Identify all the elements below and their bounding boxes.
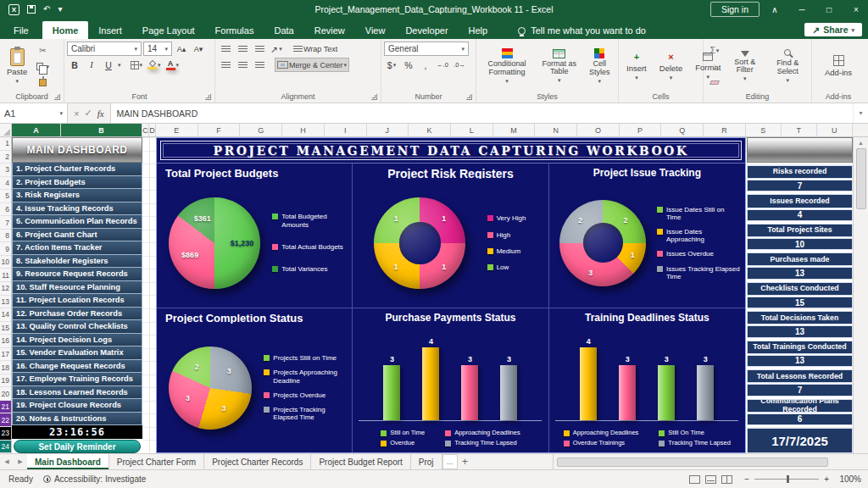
share-button[interactable]: ↗ Share ▾ — [804, 23, 862, 36]
sidebar-item-15[interactable]: 15. Vendor Evaluation Matrix — [12, 347, 142, 360]
ribbon-tab-formulas[interactable]: Formulas — [205, 21, 264, 39]
row-header-10[interactable]: 10 — [0, 256, 11, 269]
maximize-button[interactable]: □ — [817, 0, 841, 19]
cancel-entry-icon[interactable]: × — [74, 108, 79, 119]
sidebar-item-14[interactable]: 14. Project Decision Logs — [12, 334, 142, 347]
new-sheet-button[interactable]: + — [458, 454, 473, 469]
formula-input[interactable]: MAIN DASHBOARD — [111, 103, 853, 123]
ribbon-tab-page-layout[interactable]: Page Layout — [132, 21, 205, 39]
ribbon-display-options-icon[interactable]: ∧ — [763, 0, 787, 19]
enter-entry-icon[interactable]: ✓ — [84, 108, 92, 119]
percent-style-button[interactable]: % — [401, 58, 416, 72]
select-all-corner[interactable] — [0, 124, 12, 136]
insert-function-button[interactable]: fx — [97, 108, 104, 119]
number-format-combo[interactable]: General▾ — [384, 42, 469, 56]
previous-sheet-icon[interactable]: ◀ — [0, 454, 14, 469]
column-header-H[interactable]: H — [282, 124, 325, 136]
column-header-P[interactable]: P — [620, 124, 662, 136]
chart-panel-project-risk-registers[interactable]: Project Risk Registers 1111Very HighHigh… — [353, 164, 548, 308]
copy-button[interactable]: ▾ — [34, 59, 51, 73]
chart-panel-purchase-payments-status[interactable]: Purchase Payments Status 3433Still on Ti… — [353, 308, 548, 453]
row-header-12[interactable]: 12 — [0, 282, 11, 296]
column-header-O[interactable]: O — [577, 124, 620, 136]
chart-panel-training-deadlines-status[interactable]: Training Deadlines Status 4333Approachin… — [549, 308, 745, 453]
sheet-tab-main-dashboard[interactable]: Main Dashboard — [27, 454, 109, 469]
column-header-T[interactable]: T — [782, 124, 817, 136]
row-header-20[interactable]: 20 — [0, 387, 11, 401]
fill-color-button[interactable]: ▾ — [146, 58, 163, 72]
find-select-button[interactable]: Find & Select▾ — [766, 42, 809, 91]
page-layout-view-icon[interactable] — [705, 475, 716, 484]
row-header-22[interactable]: 22 — [0, 413, 11, 427]
sidebar-item-5[interactable]: 5. Communication Plan Records — [12, 215, 142, 229]
column-header-C[interactable]: C — [142, 124, 149, 136]
row-header-15[interactable]: 15 — [0, 322, 11, 336]
zoom-slider[interactable] — [754, 479, 819, 480]
column-header-D[interactable]: D — [149, 124, 156, 136]
chart-panel-project-issue-tracking[interactable]: Project Issue Tracking 2132Issue Dates S… — [549, 164, 745, 308]
scroll-up-icon[interactable]: ▲ — [858, 137, 864, 148]
vertical-scroll-thumb[interactable] — [856, 148, 866, 209]
orientation-button[interactable]: ↗▾ — [269, 42, 284, 56]
column-header-G[interactable]: G — [240, 124, 282, 136]
delete-cells-button[interactable]: ×Delete▾ — [654, 42, 687, 91]
sidebar-item-20[interactable]: 20. Notes & Instructions — [12, 413, 142, 426]
chart-panel-total-project-budgets[interactable]: Total Project Budgets $1,230$869$361Tota… — [157, 164, 353, 308]
row-header-21[interactable]: 21 — [0, 401, 11, 414]
conditional-formatting-button[interactable]: Conditional Formatting▾ — [479, 42, 535, 91]
row-header-1[interactable]: 1 — [0, 137, 11, 151]
sidebar-item-8[interactable]: 8. Stakeholder Registers — [12, 255, 142, 269]
sheet-tab-proj[interactable]: Proj — [411, 454, 442, 469]
sidebar-item-7[interactable]: 7. Action Items Tracker — [12, 241, 142, 255]
font-color-button[interactable]: A▾ — [164, 58, 181, 72]
sidebar-item-12[interactable]: 12. Purchase Order Records — [12, 308, 142, 321]
column-header-Q[interactable]: Q — [661, 124, 704, 136]
close-button[interactable]: × — [844, 0, 868, 19]
row-header-5[interactable]: 5 — [0, 190, 11, 203]
insert-cells-button[interactable]: +Insert▾ — [621, 42, 652, 91]
undo-icon[interactable]: ↶ — [43, 5, 50, 14]
sidebar-item-6[interactable]: 6. Project Gantt Chart — [12, 229, 142, 242]
align-left-button[interactable] — [218, 58, 233, 72]
vertical-scrollbar[interactable]: ▲ — [853, 137, 868, 453]
alignment-dialog-launcher[interactable] — [371, 94, 377, 100]
column-header-L[interactable]: L — [451, 124, 493, 136]
cut-button[interactable]: ✂ — [34, 43, 51, 57]
decrease-decimal-button[interactable]: .0→ — [452, 58, 467, 72]
underline-button[interactable]: U — [101, 58, 116, 72]
sidebar-item-16[interactable]: 16. Change Request Records — [12, 360, 142, 374]
sort-filter-button[interactable]: Sort & Filter▾ — [726, 42, 764, 91]
align-center-button[interactable] — [235, 58, 250, 72]
sidebar-item-18[interactable]: 18. Lessons Learned Records — [12, 386, 142, 400]
sheet-tab-project-budget-report[interactable]: Project Budget Report — [311, 454, 410, 469]
sheet-tab-project-charter-form[interactable]: Project Charter Form — [109, 454, 204, 469]
add-ins-button[interactable]: Add-ins — [820, 42, 857, 91]
bold-button[interactable]: B — [67, 58, 82, 72]
more-sheets-button[interactable]: ... — [442, 454, 458, 469]
zoom-slider-thumb[interactable] — [787, 475, 789, 483]
font-size-combo[interactable]: 14▾ — [143, 42, 172, 56]
increase-font-size-button[interactable]: A▴ — [174, 42, 189, 56]
name-box[interactable]: A1▾ — [0, 103, 68, 123]
ribbon-tab-file[interactable]: File — [0, 21, 42, 39]
column-header-A[interactable]: A — [12, 124, 61, 136]
sidebar-item-11[interactable]: 11. Project Location Records — [12, 294, 142, 308]
horizontal-scrollbar[interactable] — [553, 454, 868, 469]
column-header-U[interactable]: U — [817, 124, 853, 136]
row-header-17[interactable]: 17 — [0, 348, 11, 362]
save-icon[interactable] — [27, 5, 36, 14]
font-dialog-launcher[interactable] — [205, 94, 211, 100]
row-header-13[interactable]: 13 — [0, 296, 11, 309]
ribbon-tab-review[interactable]: Review — [304, 21, 355, 39]
column-header-R[interactable]: R — [704, 124, 746, 136]
row-header-14[interactable]: 14 — [0, 308, 11, 322]
column-header-M[interactable]: M — [493, 124, 536, 136]
sidebar-item-17[interactable]: 17. Employee Training Records — [12, 373, 142, 386]
zoom-level[interactable]: 100% — [834, 474, 861, 484]
chart-panel-project-completion-status[interactable]: Project Completion Status 3332Projects S… — [157, 308, 353, 453]
comma-style-button[interactable]: , — [418, 58, 433, 72]
column-header-E[interactable]: E — [156, 124, 198, 136]
sidebar-item-19[interactable]: 19. Project Closure Records — [12, 399, 142, 413]
row-header-9[interactable]: 9 — [0, 242, 11, 256]
row-header-3[interactable]: 3 — [0, 164, 11, 177]
